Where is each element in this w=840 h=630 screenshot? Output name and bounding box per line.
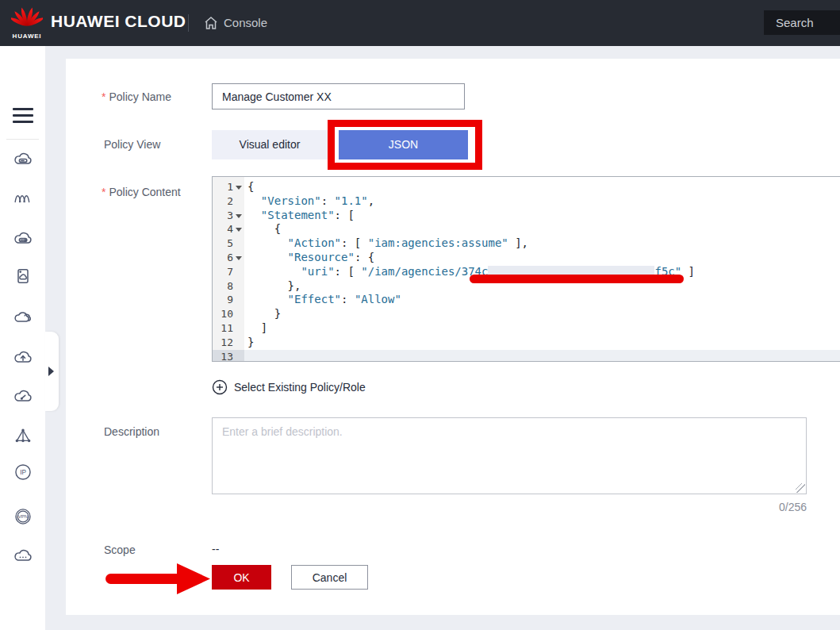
- chevron-right-icon: [48, 367, 54, 376]
- code-line[interactable]: "Resource": {: [247, 251, 840, 265]
- vpn-label: VPN: [18, 513, 29, 519]
- plus-circle-icon: [212, 379, 228, 395]
- fold-arrow-icon[interactable]: [236, 214, 242, 218]
- policy-name-input[interactable]: [212, 83, 465, 109]
- line-number: 2: [213, 194, 244, 209]
- line-number: 13: [213, 350, 244, 362]
- policy-json-editor[interactable]: 12345678910111213 { "Version": "1.1", "S…: [212, 176, 840, 362]
- sidebar-divider: [6, 139, 39, 140]
- code-line[interactable]: "Action": [ "iam:agencies:assume" ],: [247, 236, 840, 251]
- policy-view-label: Policy View: [104, 138, 160, 151]
- more-services-cloud-icon[interactable]: [13, 547, 33, 566]
- line-number: 11: [213, 321, 244, 336]
- ok-button[interactable]: OK: [212, 565, 271, 590]
- home-icon[interactable]: [203, 15, 219, 34]
- vpn-icon[interactable]: VPN: [13, 507, 33, 526]
- clouds-icon[interactable]: [13, 308, 33, 327]
- top-bar: HUAWEI HUAWEI CLOUD Console Search: [0, 0, 840, 46]
- cloud-upload-icon[interactable]: [13, 348, 33, 367]
- code-line[interactable]: },: [247, 279, 840, 294]
- elastic-cloud-server-icon[interactable]: [13, 150, 33, 169]
- network-cone-icon[interactable]: [13, 427, 33, 446]
- code-line[interactable]: "uri": [ "/iam/agencies/374cf5c" ]: [247, 265, 840, 279]
- redacted-text: [488, 266, 654, 277]
- huawei-cloud-console: HUAWEI HUAWEI CLOUD Console Search: [0, 0, 840, 630]
- topbar-divider: [188, 14, 189, 32]
- search-input[interactable]: Search: [764, 10, 840, 35]
- auto-scaling-waves-icon[interactable]: [13, 188, 33, 207]
- char-counter: 0/256: [727, 501, 807, 513]
- fold-arrow-icon[interactable]: [236, 256, 242, 260]
- line-number: 3: [213, 209, 244, 223]
- policy-name-label: *Policy Name: [102, 90, 171, 103]
- sidebar: IP VPN: [0, 46, 45, 630]
- code-line[interactable]: {: [247, 222, 840, 236]
- required-marker: *: [102, 186, 105, 198]
- huawei-flower-icon: [11, 3, 43, 32]
- sidebar-expand-handle[interactable]: [45, 332, 59, 411]
- editor-gutter: 12345678910111213: [213, 177, 244, 361]
- required-marker: *: [102, 90, 105, 103]
- json-tab[interactable]: JSON: [339, 130, 468, 159]
- code-line[interactable]: }: [247, 307, 840, 321]
- select-existing-policy-link[interactable]: Select Existing Policy/Role: [212, 378, 366, 396]
- line-number: 4: [213, 222, 244, 236]
- code-line[interactable]: [244, 350, 840, 362]
- huawei-logo-icon[interactable]: HUAWEI: [8, 3, 46, 43]
- menu-icon[interactable]: [13, 108, 33, 127]
- code-line[interactable]: "Version": "1.1",: [247, 194, 840, 209]
- policy-content-label: *Policy Content: [102, 186, 181, 198]
- cloud-image-server-icon[interactable]: [13, 229, 33, 248]
- code-line[interactable]: {: [247, 180, 840, 194]
- line-number: 10: [213, 307, 244, 321]
- console-link[interactable]: Console: [224, 16, 267, 29]
- visual-editor-tab[interactable]: Visual editor: [212, 130, 328, 159]
- line-number: 9: [213, 293, 244, 307]
- line-number: 12: [213, 336, 244, 350]
- fold-arrow-icon[interactable]: [236, 186, 242, 190]
- code-line[interactable]: }: [247, 336, 840, 350]
- scope-value: --: [212, 543, 219, 555]
- line-number: 6: [213, 251, 244, 265]
- select-existing-policy-label: Select Existing Policy/Role: [234, 381, 366, 394]
- description-textarea[interactable]: [212, 417, 807, 494]
- editor-code[interactable]: { "Version": "1.1", "Statement": [ { "Ac…: [244, 177, 840, 361]
- ip-icon[interactable]: IP: [13, 463, 33, 482]
- bare-metal-server-icon[interactable]: [13, 267, 33, 286]
- cancel-button[interactable]: Cancel: [291, 565, 368, 590]
- line-number: 7: [213, 265, 244, 279]
- code-line[interactable]: "Effect": "Allow": [247, 293, 840, 307]
- fold-arrow-icon[interactable]: [236, 228, 242, 232]
- line-number: 5: [213, 236, 244, 251]
- cloud-meter-icon[interactable]: [13, 387, 33, 406]
- description-label: Description: [104, 425, 159, 438]
- line-number: 8: [213, 279, 244, 294]
- code-line[interactable]: "Statement": [: [247, 209, 840, 223]
- scope-label: Scope: [104, 544, 136, 556]
- code-line[interactable]: ]: [247, 321, 840, 336]
- logo-caption: HUAWEI: [8, 33, 46, 40]
- line-number: 1: [213, 180, 244, 194]
- brand-title: HUAWEI CLOUD: [51, 12, 186, 31]
- ip-label: IP: [20, 469, 26, 476]
- create-policy-panel: *Policy Name Policy View Visual editor J…: [66, 59, 840, 615]
